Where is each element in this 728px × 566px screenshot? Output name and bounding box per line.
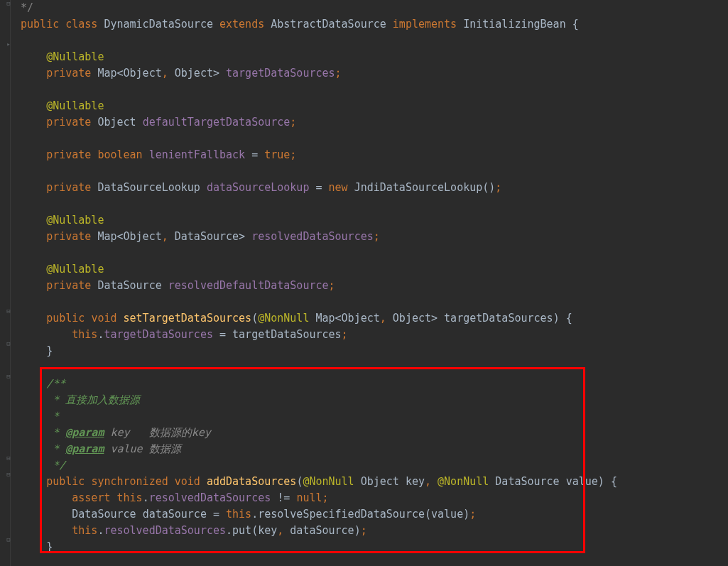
code-line[interactable]: * @param value 数据源	[14, 441, 728, 457]
fold-guide-line	[10, 0, 11, 566]
comment-close: */	[21, 1, 33, 14]
gutter[interactable]: ⊟ ▸ ⊟ ⊟ ⊟ ⊟ ⊟ ⊟	[0, 0, 13, 566]
code-line[interactable]: private DataSourceLookup dataSourceLooku…	[14, 180, 728, 196]
blank-line[interactable]	[14, 555, 728, 566]
fold-icon[interactable]: ⊟	[5, 373, 12, 380]
blank-line[interactable]	[14, 163, 728, 180]
code-line[interactable]: public class DynamicDataSource extends A…	[14, 16, 728, 33]
code-line[interactable]: DataSource dataSource = this.resolveSpec…	[14, 506, 728, 523]
blank-line[interactable]	[14, 294, 728, 310]
blank-line[interactable]	[14, 33, 728, 49]
blank-line[interactable]	[14, 359, 728, 376]
code-line[interactable]: /**	[14, 376, 728, 392]
code-line[interactable]: @Nullable	[14, 98, 728, 114]
fold-icon[interactable]: ⊟	[5, 471, 12, 478]
code-line[interactable]: this.targetDataSources = targetDataSourc…	[14, 327, 728, 343]
code-line[interactable]: @Nullable	[14, 212, 728, 229]
code-line[interactable]: public void setTargetDataSources(@NonNul…	[14, 310, 728, 327]
code-line[interactable]: private Map<Object, DataSource> resolved…	[14, 229, 728, 245]
code-line[interactable]: private Object defaultTargetDataSource;	[14, 114, 728, 131]
code-line[interactable]: @Nullable	[14, 49, 728, 65]
code-line[interactable]: this.resolvedDataSources.put(key, dataSo…	[14, 523, 728, 539]
blank-line[interactable]	[14, 196, 728, 212]
code-line[interactable]: */	[14, 457, 728, 474]
code-line[interactable]: @Nullable	[14, 261, 728, 278]
fold-icon[interactable]: ⊟	[5, 0, 12, 7]
code-line[interactable]: */	[14, 0, 728, 16]
editor-root: ⊟ ▸ ⊟ ⊟ ⊟ ⊟ ⊟ ⊟ */ public class DynamicD…	[0, 0, 728, 566]
code-area[interactable]: */ public class DynamicDataSource extend…	[13, 0, 728, 566]
fold-icon[interactable]: ⊟	[5, 308, 12, 315]
code-line[interactable]: * @param key 数据源的key	[14, 425, 728, 441]
fold-icon[interactable]: ▸	[5, 40, 12, 48]
code-line[interactable]: *	[14, 408, 728, 425]
code-line[interactable]: private boolean lenientFallback = true;	[14, 147, 728, 163]
fold-icon[interactable]: ⊟	[5, 455, 12, 462]
blank-line[interactable]	[14, 131, 728, 147]
code-line[interactable]: assert this.resolvedDataSources != null;	[14, 490, 728, 506]
code-line[interactable]: }	[14, 539, 728, 555]
code-line[interactable]: }	[14, 343, 728, 359]
fold-icon[interactable]: ⊟	[5, 536, 12, 543]
blank-line[interactable]	[14, 245, 728, 261]
code-line[interactable]: private DataSource resolvedDefaultDataSo…	[14, 278, 728, 294]
blank-line[interactable]	[14, 82, 728, 98]
fold-icon[interactable]: ⊟	[5, 340, 12, 347]
code-line[interactable]: public synchronized void addDataSources(…	[14, 474, 728, 490]
code-line[interactable]: private Map<Object, Object> targetDataSo…	[14, 65, 728, 82]
code-line[interactable]: * 直接加入数据源	[14, 392, 728, 408]
